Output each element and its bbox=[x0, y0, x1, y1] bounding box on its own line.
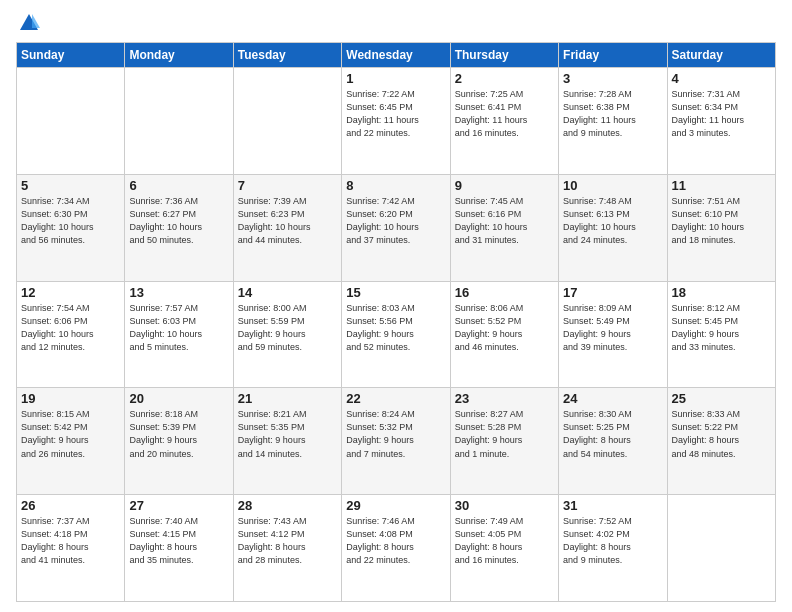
calendar-cell: 28Sunrise: 7:43 AM Sunset: 4:12 PM Dayli… bbox=[233, 495, 341, 602]
day-info: Sunrise: 8:06 AM Sunset: 5:52 PM Dayligh… bbox=[455, 302, 554, 354]
day-number: 7 bbox=[238, 178, 337, 193]
calendar-day-header: Saturday bbox=[667, 43, 775, 68]
calendar-day-header: Tuesday bbox=[233, 43, 341, 68]
header bbox=[16, 14, 776, 34]
day-number: 13 bbox=[129, 285, 228, 300]
calendar-day-header: Sunday bbox=[17, 43, 125, 68]
day-info: Sunrise: 7:40 AM Sunset: 4:15 PM Dayligh… bbox=[129, 515, 228, 567]
day-number: 21 bbox=[238, 391, 337, 406]
day-number: 18 bbox=[672, 285, 771, 300]
day-number: 17 bbox=[563, 285, 662, 300]
day-number: 23 bbox=[455, 391, 554, 406]
day-info: Sunrise: 7:28 AM Sunset: 6:38 PM Dayligh… bbox=[563, 88, 662, 140]
calendar-cell: 17Sunrise: 8:09 AM Sunset: 5:49 PM Dayli… bbox=[559, 281, 667, 388]
calendar-cell: 19Sunrise: 8:15 AM Sunset: 5:42 PM Dayli… bbox=[17, 388, 125, 495]
day-number: 19 bbox=[21, 391, 120, 406]
day-number: 28 bbox=[238, 498, 337, 513]
day-number: 12 bbox=[21, 285, 120, 300]
calendar-cell: 3Sunrise: 7:28 AM Sunset: 6:38 PM Daylig… bbox=[559, 68, 667, 175]
calendar-cell: 12Sunrise: 7:54 AM Sunset: 6:06 PM Dayli… bbox=[17, 281, 125, 388]
day-info: Sunrise: 7:37 AM Sunset: 4:18 PM Dayligh… bbox=[21, 515, 120, 567]
day-number: 20 bbox=[129, 391, 228, 406]
day-info: Sunrise: 8:27 AM Sunset: 5:28 PM Dayligh… bbox=[455, 408, 554, 460]
day-info: Sunrise: 8:24 AM Sunset: 5:32 PM Dayligh… bbox=[346, 408, 445, 460]
day-info: Sunrise: 8:18 AM Sunset: 5:39 PM Dayligh… bbox=[129, 408, 228, 460]
calendar-day-header: Monday bbox=[125, 43, 233, 68]
logo-icon bbox=[18, 12, 40, 34]
day-info: Sunrise: 7:22 AM Sunset: 6:45 PM Dayligh… bbox=[346, 88, 445, 140]
calendar-cell: 22Sunrise: 8:24 AM Sunset: 5:32 PM Dayli… bbox=[342, 388, 450, 495]
calendar-week-row: 5Sunrise: 7:34 AM Sunset: 6:30 PM Daylig… bbox=[17, 174, 776, 281]
calendar-cell: 23Sunrise: 8:27 AM Sunset: 5:28 PM Dayli… bbox=[450, 388, 558, 495]
day-info: Sunrise: 7:36 AM Sunset: 6:27 PM Dayligh… bbox=[129, 195, 228, 247]
day-info: Sunrise: 8:00 AM Sunset: 5:59 PM Dayligh… bbox=[238, 302, 337, 354]
calendar-cell: 2Sunrise: 7:25 AM Sunset: 6:41 PM Daylig… bbox=[450, 68, 558, 175]
calendar-day-header: Wednesday bbox=[342, 43, 450, 68]
calendar-cell: 11Sunrise: 7:51 AM Sunset: 6:10 PM Dayli… bbox=[667, 174, 775, 281]
day-info: Sunrise: 8:30 AM Sunset: 5:25 PM Dayligh… bbox=[563, 408, 662, 460]
calendar-cell: 21Sunrise: 8:21 AM Sunset: 5:35 PM Dayli… bbox=[233, 388, 341, 495]
day-number: 22 bbox=[346, 391, 445, 406]
day-number: 25 bbox=[672, 391, 771, 406]
day-number: 14 bbox=[238, 285, 337, 300]
calendar-cell: 30Sunrise: 7:49 AM Sunset: 4:05 PM Dayli… bbox=[450, 495, 558, 602]
day-number: 30 bbox=[455, 498, 554, 513]
calendar-week-row: 1Sunrise: 7:22 AM Sunset: 6:45 PM Daylig… bbox=[17, 68, 776, 175]
calendar-cell: 5Sunrise: 7:34 AM Sunset: 6:30 PM Daylig… bbox=[17, 174, 125, 281]
day-number: 3 bbox=[563, 71, 662, 86]
calendar-cell: 18Sunrise: 8:12 AM Sunset: 5:45 PM Dayli… bbox=[667, 281, 775, 388]
calendar-cell: 25Sunrise: 8:33 AM Sunset: 5:22 PM Dayli… bbox=[667, 388, 775, 495]
day-info: Sunrise: 8:21 AM Sunset: 5:35 PM Dayligh… bbox=[238, 408, 337, 460]
day-number: 8 bbox=[346, 178, 445, 193]
calendar-cell: 8Sunrise: 7:42 AM Sunset: 6:20 PM Daylig… bbox=[342, 174, 450, 281]
calendar-cell: 29Sunrise: 7:46 AM Sunset: 4:08 PM Dayli… bbox=[342, 495, 450, 602]
day-info: Sunrise: 8:09 AM Sunset: 5:49 PM Dayligh… bbox=[563, 302, 662, 354]
day-number: 1 bbox=[346, 71, 445, 86]
day-info: Sunrise: 8:12 AM Sunset: 5:45 PM Dayligh… bbox=[672, 302, 771, 354]
calendar-cell: 16Sunrise: 8:06 AM Sunset: 5:52 PM Dayli… bbox=[450, 281, 558, 388]
day-number: 5 bbox=[21, 178, 120, 193]
day-info: Sunrise: 7:34 AM Sunset: 6:30 PM Dayligh… bbox=[21, 195, 120, 247]
day-info: Sunrise: 7:39 AM Sunset: 6:23 PM Dayligh… bbox=[238, 195, 337, 247]
day-number: 9 bbox=[455, 178, 554, 193]
day-info: Sunrise: 7:46 AM Sunset: 4:08 PM Dayligh… bbox=[346, 515, 445, 567]
calendar-day-header: Thursday bbox=[450, 43, 558, 68]
calendar-week-row: 19Sunrise: 8:15 AM Sunset: 5:42 PM Dayli… bbox=[17, 388, 776, 495]
calendar-cell: 13Sunrise: 7:57 AM Sunset: 6:03 PM Dayli… bbox=[125, 281, 233, 388]
calendar-cell: 7Sunrise: 7:39 AM Sunset: 6:23 PM Daylig… bbox=[233, 174, 341, 281]
calendar-cell: 15Sunrise: 8:03 AM Sunset: 5:56 PM Dayli… bbox=[342, 281, 450, 388]
calendar-cell: 4Sunrise: 7:31 AM Sunset: 6:34 PM Daylig… bbox=[667, 68, 775, 175]
day-number: 26 bbox=[21, 498, 120, 513]
calendar-cell bbox=[125, 68, 233, 175]
day-number: 27 bbox=[129, 498, 228, 513]
day-number: 15 bbox=[346, 285, 445, 300]
day-info: Sunrise: 7:51 AM Sunset: 6:10 PM Dayligh… bbox=[672, 195, 771, 247]
day-number: 6 bbox=[129, 178, 228, 193]
calendar-cell: 27Sunrise: 7:40 AM Sunset: 4:15 PM Dayli… bbox=[125, 495, 233, 602]
day-info: Sunrise: 7:45 AM Sunset: 6:16 PM Dayligh… bbox=[455, 195, 554, 247]
day-number: 10 bbox=[563, 178, 662, 193]
calendar-cell: 14Sunrise: 8:00 AM Sunset: 5:59 PM Dayli… bbox=[233, 281, 341, 388]
calendar-table: SundayMondayTuesdayWednesdayThursdayFrid… bbox=[16, 42, 776, 602]
day-info: Sunrise: 7:48 AM Sunset: 6:13 PM Dayligh… bbox=[563, 195, 662, 247]
day-number: 2 bbox=[455, 71, 554, 86]
day-info: Sunrise: 7:31 AM Sunset: 6:34 PM Dayligh… bbox=[672, 88, 771, 140]
day-info: Sunrise: 7:25 AM Sunset: 6:41 PM Dayligh… bbox=[455, 88, 554, 140]
page: SundayMondayTuesdayWednesdayThursdayFrid… bbox=[0, 0, 792, 612]
calendar-week-row: 12Sunrise: 7:54 AM Sunset: 6:06 PM Dayli… bbox=[17, 281, 776, 388]
calendar-cell bbox=[17, 68, 125, 175]
calendar-header-row: SundayMondayTuesdayWednesdayThursdayFrid… bbox=[17, 43, 776, 68]
calendar-cell: 9Sunrise: 7:45 AM Sunset: 6:16 PM Daylig… bbox=[450, 174, 558, 281]
calendar-week-row: 26Sunrise: 7:37 AM Sunset: 4:18 PM Dayli… bbox=[17, 495, 776, 602]
calendar-cell: 26Sunrise: 7:37 AM Sunset: 4:18 PM Dayli… bbox=[17, 495, 125, 602]
day-number: 11 bbox=[672, 178, 771, 193]
day-info: Sunrise: 7:52 AM Sunset: 4:02 PM Dayligh… bbox=[563, 515, 662, 567]
calendar-cell bbox=[233, 68, 341, 175]
day-info: Sunrise: 7:57 AM Sunset: 6:03 PM Dayligh… bbox=[129, 302, 228, 354]
calendar-cell: 24Sunrise: 8:30 AM Sunset: 5:25 PM Dayli… bbox=[559, 388, 667, 495]
calendar-cell bbox=[667, 495, 775, 602]
day-info: Sunrise: 7:54 AM Sunset: 6:06 PM Dayligh… bbox=[21, 302, 120, 354]
calendar-day-header: Friday bbox=[559, 43, 667, 68]
calendar-cell: 1Sunrise: 7:22 AM Sunset: 6:45 PM Daylig… bbox=[342, 68, 450, 175]
day-number: 16 bbox=[455, 285, 554, 300]
